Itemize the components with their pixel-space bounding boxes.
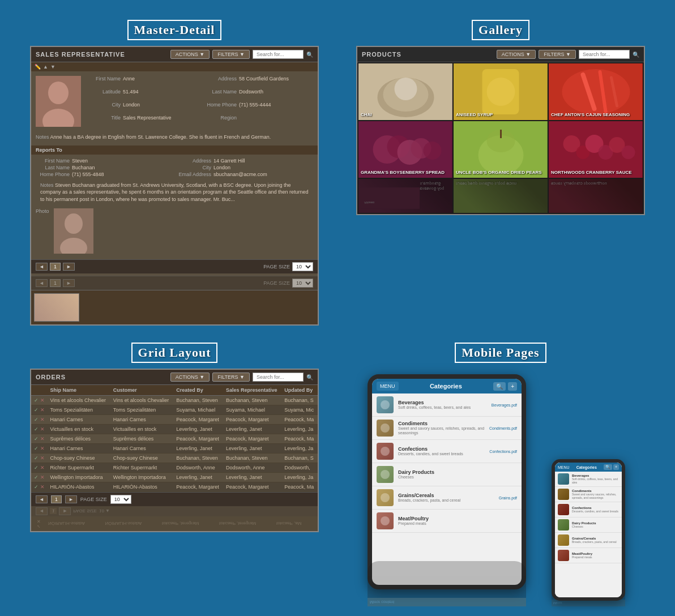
phone-category-text: Meat/Poultry Prepared meats — [572, 552, 592, 559]
tablet-category-item[interactable]: Grains/Cereals Breads, crackers, pasta, … — [372, 486, 522, 510]
md-down-icon[interactable]: ▼ — [50, 64, 55, 70]
md-next-button2[interactable]: ► — [63, 279, 75, 287]
phone-category-item[interactable]: Beverages Soft drinks, coffees, teas, be… — [555, 472, 622, 487]
gallery-item-boysenberry[interactable]: GRANDMA'S BOYSENBERRY SPREAD — [358, 121, 452, 178]
grid-next-button[interactable]: ► — [65, 495, 77, 503]
phone-category-item[interactable]: Meat/Poultry Prepared meats — [555, 548, 622, 563]
row-edit-icon[interactable]: ✓ — [34, 436, 39, 442]
grid-filters-button[interactable]: FILTERS ▼ — [212, 373, 250, 382]
gallery-actions-button[interactable]: ACTIONS ▼ — [497, 50, 536, 59]
md-phone-field: Home Phone (71) 555-4444 — [203, 102, 313, 114]
master-detail-quadrant: Master-Detail SALES REPRESENTATIVE ACTIO… — [11, 11, 338, 334]
grid-prev-button[interactable]: ◄ — [36, 495, 48, 503]
row-delete-icon[interactable]: ✕ — [40, 474, 45, 480]
md-actions-button[interactable]: ACTIONS ▼ — [170, 50, 210, 59]
col-sales-rep[interactable]: Sales Representative — [223, 385, 281, 396]
row-edit-icon[interactable]: ✓ — [34, 474, 39, 480]
row-customer: Chop-suey Chinese — [110, 454, 173, 463]
row-updated-by: Leverling, Ja — [281, 425, 318, 434]
grid-mirror-prev: ◄ — [36, 507, 48, 515]
phone-category-text: Confections Desserts, candies, and sweet… — [572, 506, 618, 513]
row-delete-icon[interactable]: ✕ — [40, 407, 45, 413]
gallery-item-cranberry[interactable]: NORTHWOODS CRANBERRY SAUCE — [549, 121, 643, 178]
md-page-size-select2[interactable]: 10 — [292, 279, 313, 288]
row-delete-icon[interactable]: ✕ — [40, 436, 45, 442]
gallery-item-cajun[interactable]: CHEF ANTON'S CAJUN SEASONING — [549, 63, 643, 120]
phone-category-item[interactable]: Grains/Cereals Breads, crackers, pasta, … — [555, 533, 622, 548]
row-edit-icon[interactable]: ✓ — [34, 465, 39, 470]
row-edit-icon[interactable]: ✓ — [34, 446, 39, 451]
gallery-header-title: PRODUCTS — [362, 51, 401, 58]
col-ship-name[interactable]: Ship Name — [48, 385, 110, 396]
phone-add-button[interactable]: + — [613, 464, 619, 470]
grid-pagination: ◄ 1 ► PAGE SIZE 10 20 — [31, 492, 318, 506]
phone-category-item[interactable]: Confections Desserts, candies, and sweet… — [555, 502, 622, 517]
col-customer[interactable]: Customer — [110, 385, 173, 396]
row-customer: HILARIÓN-Abastos — [110, 482, 173, 492]
master-detail-title: Master-Detail — [127, 20, 222, 40]
col-updated-by[interactable]: Updated By — [281, 385, 318, 396]
tablet-category-item[interactable]: Beverages Soft drinks, coffees, teas, be… — [372, 393, 522, 417]
grid-search-input[interactable] — [253, 373, 304, 382]
md-rep-firstname: First Name Steven — [36, 158, 172, 164]
category-desc: Cheeses — [398, 475, 517, 480]
gallery-search-input[interactable] — [579, 50, 630, 59]
phone-category-item[interactable]: Dairy Products Cheeses — [555, 517, 622, 533]
tablet-category-item[interactable]: Meat/Poultry Prepared meats — [372, 510, 522, 533]
orders-table: Ship Name Customer Created By Sales Repr… — [31, 385, 318, 492]
gallery-cranberry-label: NORTHWOODS CRANBERRY SAUCE — [551, 170, 632, 176]
tablet-search-button[interactable]: 🔍 — [493, 382, 506, 391]
category-icon — [377, 420, 394, 437]
category-file[interactable]: Confections.pdf — [489, 450, 517, 454]
row-ship-name: Richter Supermarkt — [48, 463, 110, 473]
row-delete-icon[interactable]: ✕ — [40, 446, 45, 451]
tablet-category-item[interactable]: Dairy Products Cheeses — [372, 463, 522, 486]
grid-page-size-select[interactable]: 10 20 — [110, 495, 131, 504]
phone-category-icon — [558, 473, 569, 485]
svg-point-42 — [381, 447, 390, 456]
gallery-item-aniseed[interactable]: ANISEED SYRUP — [454, 63, 548, 120]
tablet-category-item[interactable]: Condiments Sweet and savory sauces, reli… — [372, 417, 522, 440]
row-edit-icon[interactable]: ✓ — [34, 397, 39, 403]
md-prev-button2[interactable]: ◄ — [36, 279, 48, 287]
md-prev-button[interactable]: ◄ — [36, 263, 48, 271]
gallery-title: Gallery — [472, 20, 529, 40]
category-file[interactable]: Grains.pdf — [499, 496, 517, 500]
row-edit-icon[interactable]: ✓ — [34, 407, 39, 413]
tablet-add-button[interactable]: + — [508, 382, 517, 391]
md-rep-address-label: Address — [177, 158, 211, 164]
row-ship-name: Toms Spezialitäten — [48, 405, 110, 415]
phone-menu-icon[interactable]: MENU — [558, 465, 570, 469]
row-edit-icon[interactable]: ✓ — [34, 484, 39, 490]
md-header-controls: ACTIONS ▼ FILTERS ▼ 🔍 — [170, 50, 313, 59]
col-created-by[interactable]: Created By — [173, 385, 223, 396]
row-delete-icon[interactable]: ✕ — [40, 397, 45, 403]
row-ship-name: Vins et alcools Chevalier — [48, 396, 110, 405]
row-updated-by: Leverling, Ja — [281, 444, 318, 454]
row-delete-icon[interactable]: ✕ — [40, 465, 45, 470]
row-delete-icon[interactable]: ✕ — [40, 426, 45, 432]
gallery-item-pears[interactable]: UNCLE BOB'S ORGANIC DRIED PEARS — [454, 121, 548, 178]
row-edit-icon[interactable]: ✓ — [34, 426, 39, 432]
md-search-input[interactable] — [253, 50, 304, 59]
phone-search-button[interactable]: 🔍 — [604, 464, 612, 470]
md-page-size-select[interactable]: 10 20 50 — [292, 262, 313, 271]
gallery-item-chai[interactable]: CHAI — [358, 63, 452, 120]
row-delete-icon[interactable]: ✕ — [40, 417, 45, 422]
md-up-icon[interactable]: ▲ — [43, 64, 48, 70]
md-edit-icon[interactable]: ✏️ — [35, 64, 41, 70]
row-edit-icon[interactable]: ✓ — [34, 455, 39, 461]
row-delete-icon[interactable]: ✕ — [40, 484, 45, 490]
md-rep-city-value: London — [213, 165, 230, 170]
md-next-button[interactable]: ► — [63, 263, 75, 271]
md-filters-button[interactable]: FILTERS ▼ — [212, 50, 250, 59]
category-file[interactable]: Condiments.pdf — [489, 426, 517, 430]
tablet-menu-button[interactable]: MENU — [377, 382, 399, 391]
row-delete-icon[interactable]: ✕ — [40, 455, 45, 461]
category-file[interactable]: Beverages.pdf — [492, 403, 517, 407]
row-edit-icon[interactable]: ✓ — [34, 417, 39, 422]
grid-actions-button[interactable]: ACTIONS ▼ — [170, 373, 210, 382]
tablet-category-item[interactable]: Confections Desserts, candies, and sweet… — [372, 440, 522, 463]
phone-category-item[interactable]: Condiments Sweet and savory sauces, reli… — [555, 487, 622, 502]
gallery-filters-button[interactable]: FILTERS ▼ — [539, 50, 576, 59]
